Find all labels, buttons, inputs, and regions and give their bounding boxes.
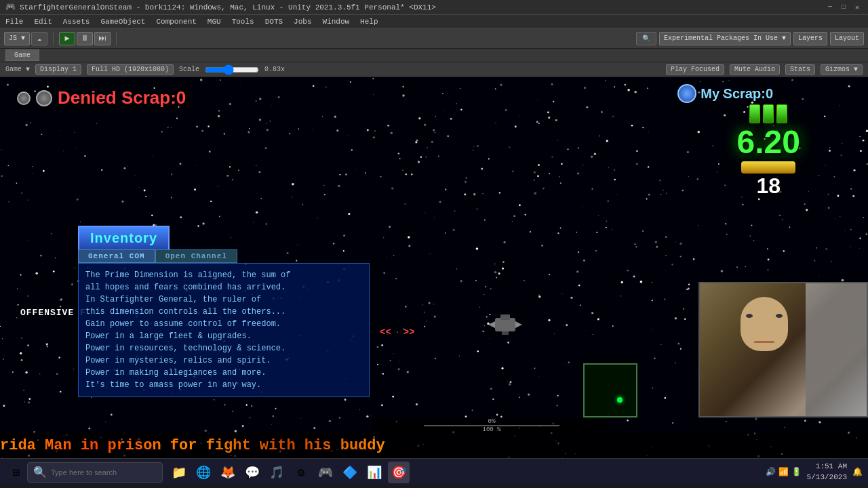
taskbar-file-explorer[interactable]: 📁: [168, 462, 190, 483]
clock-time: 1:51 AM: [807, 462, 847, 472]
minimize-button[interactable]: ─: [825, 2, 835, 13]
unity-icon: 🎯: [391, 465, 406, 480]
play-button[interactable]: ▶: [59, 32, 75, 45]
layout-dropdown[interactable]: Layout: [830, 32, 864, 45]
close-button[interactable]: ✕: [852, 2, 863, 13]
app7-icon: 🎮: [318, 465, 333, 480]
my-scrap-text: My Scrap:0: [701, 86, 773, 102]
play-focused-btn[interactable]: Play Focused: [666, 64, 724, 75]
layers-label: Layers: [798, 35, 823, 42]
tray-icons: 🔊 📶 🔋: [766, 467, 802, 477]
inventory-panel: Inventory General COM Open Channel The P…: [78, 226, 370, 397]
mute-audio-btn[interactable]: Mute Audio: [730, 64, 780, 75]
tab-general[interactable]: General COM: [78, 249, 155, 263]
news-ticker: rida Man in prison for fight with his bu…: [0, 432, 868, 458]
svg-rect-3: [500, 314, 510, 320]
taskbar-edge[interactable]: 🌐: [193, 462, 214, 483]
gizmos-btn[interactable]: Gizmos ▼: [821, 64, 863, 75]
taskbar-app6[interactable]: ⚙: [290, 462, 312, 483]
tab-open-label: Open Channel: [165, 252, 227, 260]
game-tab[interactable]: Game: [5, 49, 39, 61]
svg-rect-4: [502, 331, 509, 335]
denied-scrap-hud: Denied Scrap:0: [17, 87, 186, 108]
menu-file[interactable]: File: [0, 16, 28, 27]
system-clock[interactable]: 1:51 AM 5/13/2023: [807, 462, 847, 483]
ticker-text: rida Man in prison for fight with his bu…: [0, 437, 385, 454]
experimental-dropdown[interactable]: Experimental Packages In Use ▼: [659, 32, 791, 45]
tray-volume-icon[interactable]: 📶: [778, 467, 789, 477]
denied-scrap-icon: [17, 92, 31, 105]
menu-jobs[interactable]: Jobs: [288, 16, 317, 27]
js-dropdown[interactable]: JS ▼: [4, 32, 30, 45]
edge-icon: 🌐: [196, 465, 211, 480]
menu-gameobject[interactable]: GameObject: [95, 16, 151, 27]
webcam-overlay: [698, 282, 868, 418]
display-label: Display 1: [40, 66, 77, 73]
scale-value: 0.83x: [264, 66, 285, 73]
game-options-bar: Game ▼ Display 1 Full HD (1920x1080) Sca…: [0, 62, 868, 77]
pause-button[interactable]: ⏸: [77, 32, 93, 45]
taskbar-unity[interactable]: 🎯: [388, 462, 410, 483]
step-button[interactable]: ⏭: [94, 32, 111, 45]
my-scrap-value: 0: [766, 86, 773, 101]
spaceship: [488, 308, 522, 342]
fleet-count: 18: [737, 174, 800, 199]
menu-mgu[interactable]: MGU: [202, 16, 226, 27]
tray-network-icon[interactable]: 🔊: [766, 467, 776, 477]
stats-btn[interactable]: Stats: [785, 64, 815, 75]
taskbar-app8[interactable]: 🔷: [339, 462, 361, 483]
resource-display: 6.20 18: [737, 104, 800, 199]
inventory-title: Inventory: [78, 226, 170, 249]
scale-slider[interactable]: [205, 64, 259, 75]
mini-map: [583, 363, 637, 418]
tab-open-channel[interactable]: Open Channel: [155, 249, 237, 263]
menu-edit[interactable]: Edit: [28, 16, 57, 27]
chat-area: The Prime Dimension is aligned, the sum …: [78, 263, 370, 397]
titlebar: 🎮 StarfighterGeneralOnSteam - bork1124: …: [0, 0, 868, 15]
mute-audio-label: Mute Audio: [734, 66, 775, 73]
experimental-label: Experimental Packages In Use ▼: [664, 35, 786, 42]
nav-left: <<: [380, 327, 391, 338]
maximize-button[interactable]: □: [838, 2, 849, 13]
menu-dots[interactable]: DOTS: [260, 16, 288, 27]
taskbar-app3[interactable]: 🦊: [217, 462, 239, 483]
gold-bar: [741, 161, 795, 174]
app5-icon: 🎵: [269, 465, 284, 480]
menubar: File Edit Assets GameObject Component MG…: [0, 15, 868, 28]
chat-text: The Prime Dimension is aligned, the sum …: [85, 269, 362, 391]
tray-battery-icon[interactable]: 🔋: [791, 467, 802, 477]
game-label: Game ▼: [5, 66, 30, 73]
nav-dot: ·: [395, 329, 399, 336]
menu-assets[interactable]: Assets: [58, 16, 96, 27]
windows-icon: ⊞: [13, 465, 20, 480]
taskbar-app7[interactable]: 🎮: [315, 462, 336, 483]
scale-label: Scale: [179, 66, 199, 73]
menu-tools[interactable]: Tools: [226, 16, 260, 27]
play-focused-label: Play Focused: [671, 66, 719, 73]
webcam-feed: [700, 283, 867, 416]
menu-help[interactable]: Help: [355, 16, 383, 27]
menu-window[interactable]: Window: [317, 16, 355, 27]
cloud-button[interactable]: ☁: [31, 32, 47, 45]
app6-icon: ⚙: [298, 465, 305, 480]
search-input[interactable]: [51, 468, 153, 476]
taskbar-app4[interactable]: 💬: [241, 462, 263, 483]
taskbar-app5[interactable]: 🎵: [266, 462, 288, 483]
display-dropdown[interactable]: Display 1: [35, 64, 81, 75]
offensive-label: OFFENSIVE F: [20, 308, 86, 318]
search-button[interactable]: 🔍: [636, 32, 656, 45]
denied-scrap-label: Denied Scrap:0: [58, 87, 186, 108]
windows-taskbar: ⊞ 🔍 📁 🌐 🦊 💬 🎵 ⚙ 🎮 🔷 📊 🎯 🔊 📶 🔋 1:51 AM 5/…: [0, 458, 868, 485]
notification-icon[interactable]: 🔔: [852, 467, 863, 477]
taskbar-app9[interactable]: 📊: [363, 462, 385, 483]
start-button[interactable]: ⊞: [5, 462, 27, 483]
minimap-dot: [617, 397, 623, 403]
window-title: StarfighterGeneralOnSteam - bork1124: Wi…: [20, 3, 436, 12]
my-scrap-icon: [677, 84, 696, 103]
resolution-dropdown[interactable]: Full HD (1920x1080): [87, 64, 174, 75]
layers-dropdown[interactable]: Layers: [793, 32, 827, 45]
taskbar-search[interactable]: 🔍: [27, 462, 163, 483]
res-icon-1: [749, 104, 760, 123]
denied-scrap-icon2: [36, 90, 52, 106]
menu-component[interactable]: Component: [151, 16, 201, 27]
